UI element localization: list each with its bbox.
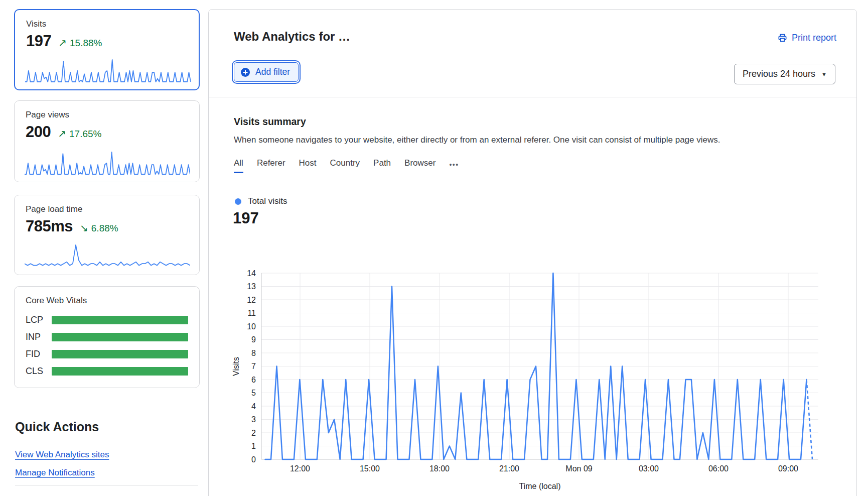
cwv-row-fid: FID — [26, 349, 188, 359]
y-tick-label: 7 — [251, 362, 256, 370]
trend-up-icon: ↗ — [58, 37, 67, 49]
cwv-green-bar — [52, 316, 188, 324]
page-title: Web Analytics for … — [234, 30, 350, 44]
trend-percent: 6.88% — [91, 223, 118, 234]
trend-up-icon: ↗ — [58, 128, 66, 140]
y-tick-label: 13 — [247, 282, 256, 291]
metric-value: 197 — [26, 32, 51, 50]
visits-summary-description: When someone navigates to your website, … — [234, 135, 720, 145]
trend-percent: 17.65% — [69, 129, 101, 140]
cwv-metric-label: CLS — [26, 366, 52, 377]
x-tick-label: 03:00 — [639, 464, 659, 473]
add-filter-button[interactable]: Add filter — [234, 62, 299, 82]
metric-trend: ↘ 6.88% — [80, 222, 118, 234]
y-tick-label: 10 — [247, 322, 256, 331]
sidebar-divider — [15, 485, 198, 485]
metric-trend: ↗ 17.65% — [58, 128, 101, 140]
y-tick-label: 3 — [251, 415, 256, 424]
metric-label: Page load time — [26, 204, 188, 214]
x-tick-label: 21:00 — [499, 464, 519, 473]
y-tick-label: 12 — [247, 296, 256, 304]
x-tick-label: 12:00 — [290, 464, 310, 473]
y-tick-label: 14 — [247, 269, 256, 278]
cwv-green-bar — [52, 333, 188, 341]
quick-actions-title: Quick Actions — [15, 420, 99, 434]
web-analytics-panel: Web Analytics for … Print report Add fil… — [208, 9, 857, 496]
metric-label: Page views — [26, 110, 188, 120]
cwv-row-cls: CLS — [26, 366, 188, 377]
y-tick-label: 9 — [251, 335, 256, 344]
metric-card-page-views[interactable]: Page views 200 ↗ 17.65% — [14, 100, 200, 182]
chart-legend: Total visits — [235, 196, 287, 206]
add-filter-label: Add filter — [255, 67, 290, 77]
cwv-green-bar — [52, 367, 188, 376]
printer-icon — [777, 33, 788, 43]
metric-card-visits[interactable]: Visits 197 ↗ 15.88% — [14, 9, 200, 90]
legend-label: Total visits — [248, 196, 287, 206]
x-axis-title: Time (local) — [519, 482, 561, 490]
cwv-green-bar — [52, 350, 188, 358]
header-divider — [209, 97, 856, 97]
total-visits-value: 197 — [233, 209, 259, 227]
y-axis-title: Visits — [232, 357, 240, 376]
legend-dot-icon — [235, 198, 241, 205]
cwv-metric-label: INP — [26, 332, 52, 342]
y-tick-label: 11 — [247, 309, 256, 317]
print-report-link[interactable]: Print report — [777, 33, 836, 43]
y-tick-label: 5 — [251, 389, 256, 397]
trend-down-icon: ↘ — [80, 222, 88, 234]
y-tick-label: 0 — [251, 455, 256, 464]
time-range-value: Previous 24 hours — [743, 69, 815, 79]
cwv-metric-label: FID — [26, 349, 52, 359]
metric-value: 200 — [26, 123, 51, 141]
metric-label: Visits — [26, 19, 188, 29]
plus-circle-icon — [240, 67, 250, 77]
tab-path[interactable]: Path — [373, 158, 391, 173]
y-tick-label: 8 — [251, 349, 256, 357]
page-views-sparkline — [25, 150, 190, 176]
trend-percent: 15.88% — [70, 38, 102, 49]
metric-trend: ↗ 15.88% — [58, 37, 102, 49]
cwv-row-lcp: LCP — [26, 315, 188, 325]
print-report-label: Print report — [792, 33, 836, 43]
visits-line-chart: 12:0015:0018:0021:00Mon 0903:0006:0009:0… — [229, 263, 851, 494]
tab-browser[interactable]: Browser — [404, 158, 436, 173]
manage-notifications-link[interactable]: Manage Notifications — [15, 468, 95, 478]
tab-host[interactable]: Host — [299, 158, 317, 173]
core-web-vitals-card[interactable]: Core Web Vitals LCP INP FID CLS — [14, 286, 200, 388]
dimension-tabs: All Referer Host Country Path Browser ••… — [234, 158, 459, 173]
tab-referer[interactable]: Referer — [257, 158, 285, 173]
tab-all[interactable]: All — [234, 158, 243, 173]
x-tick-label: 15:00 — [360, 464, 380, 473]
chevron-down-icon: ▼ — [821, 71, 827, 77]
x-tick-label: 09:00 — [778, 464, 798, 473]
sparkline-path — [25, 60, 191, 82]
tab-country[interactable]: Country — [330, 158, 360, 173]
y-tick-label: 1 — [251, 442, 256, 450]
y-tick-label: 6 — [251, 376, 256, 384]
metric-card-page-load-time[interactable]: Page load time 785ms ↘ 6.88% — [14, 195, 200, 275]
metric-value: 785ms — [26, 217, 73, 235]
x-tick-label: 06:00 — [708, 464, 729, 473]
x-tick-label: 18:00 — [429, 464, 450, 473]
y-tick-label: 4 — [251, 402, 256, 411]
time-range-dropdown[interactable]: Previous 24 hours ▼ — [734, 64, 835, 84]
sparkline-path — [25, 152, 190, 174]
cwv-metric-label: LCP — [26, 315, 52, 325]
x-tick-label: Mon 09 — [565, 464, 592, 473]
view-web-analytics-sites-link[interactable]: View Web Analytics sites — [15, 450, 109, 460]
more-tabs-icon[interactable]: ••• — [449, 161, 459, 173]
page-load-sparkline — [25, 242, 190, 269]
sparkline-path — [25, 245, 190, 266]
core-web-vitals-title: Core Web Vitals — [26, 296, 188, 306]
cwv-row-inp: INP — [26, 332, 188, 342]
visits-summary-title: Visits summary — [234, 116, 306, 128]
y-tick-label: 2 — [251, 429, 256, 437]
visits-sparkline — [25, 57, 191, 83]
